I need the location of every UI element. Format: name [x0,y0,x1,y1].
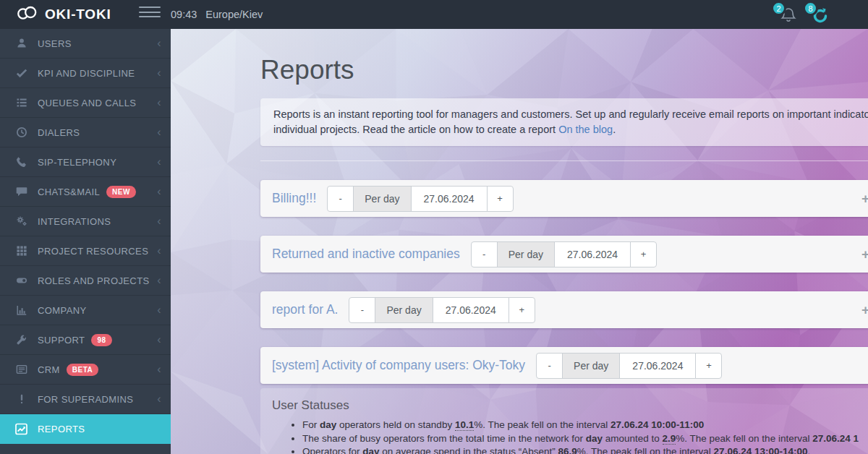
grid-icon [14,245,28,257]
date-button[interactable]: 27.06.2024 [433,297,509,323]
date-button[interactable]: 27.06.2024 [554,241,631,267]
phone-icon [14,156,28,168]
chevron-left-icon: ‹ [157,334,161,346]
list-icon [14,97,28,108]
chat-bubble-icon [14,186,28,197]
sidebar-item-label: QUEUES AND CALLS [38,98,136,108]
report-title-link[interactable]: [system] Activity of company users: Oky-… [272,358,525,373]
sidebar-item-label: PROJECT RESOURCES [38,246,148,257]
period-plus-button[interactable]: + [487,186,514,212]
status-line: The share of busy operators from the tot… [302,432,868,446]
sidebar-item-kpi[interactable]: KPI AND DISCIPLINE ‹ [0,59,171,88]
sidebar-item-label: COMPANY [38,305,87,316]
period-plus-button[interactable]: + [509,297,535,323]
sidebar-item-crm[interactable]: CRM BETA ‹ [0,355,171,385]
sidebar-item-label: SUPPORT [38,335,85,346]
sidebar-item-reports[interactable]: REPORTS [0,414,171,444]
sidebar-item-roles-projects[interactable]: ROLES AND PROJECTS ‹ [0,266,171,296]
chevron-left-icon: ‹ [157,215,161,227]
notifications-count-badge: 2 [771,1,786,16]
sidebar-item-project-resources[interactable]: PROJECT RESOURCES ‹ [0,236,171,266]
exclamation-icon [14,393,28,405]
expand-plus-icon[interactable]: + [861,192,868,205]
bell-icon [780,14,797,27]
report-title-link[interactable]: Billing!!! [272,191,316,206]
expand-plus-icon[interactable]: + [861,247,868,261]
sidebar-item-dialers[interactable]: DIALERS ‹ [0,118,171,147]
timezone-value: Europe/Kiev [205,9,263,20]
info-banner: Reports is an instant reporting tool for… [260,98,868,146]
status-list: For day operators held on standby 10.1%.… [272,419,868,454]
clock: 09:43 Europe/Kiev [171,0,263,29]
sidebar-item-users[interactable]: USERS ‹ [0,29,171,59]
sidebar-item-company[interactable]: COMPANY ‹ [0,296,171,325]
sidebar-item-label: KPI AND DISCIPLINE [38,68,135,79]
info-line2: individual projects. Read the article on… [273,122,868,137]
clock-icon [14,127,28,138]
sidebar-item-label: USERS [38,38,72,49]
sidebar-item-support[interactable]: SUPPORT 98 ‹ [0,325,171,355]
chevron-left-icon: ‹ [157,186,161,197]
bar-chart-icon [14,304,28,316]
sidebar-item-label: ROLES AND PROJECTS [38,275,150,286]
report-card-billing: Billing!!! - Per day 27.06.2024 + + [260,180,868,217]
wrench-icon [14,334,28,346]
sidebar-item-sip-telephony[interactable]: SIP-TELEPHONY ‹ [0,147,171,177]
sidebar-item-superadmins[interactable]: FOR SUPERADMINS ‹ [0,385,171,414]
user-icon [14,38,28,49]
period-plus-button[interactable]: + [630,241,657,267]
period-control: - Per day 27.06.2024 + [327,186,513,212]
newspaper-icon [14,364,28,375]
notifications-bell-button[interactable]: 2 [780,6,797,25]
chevron-left-icon: ‹ [157,97,161,108]
period-mode-button[interactable]: Per day [497,241,555,267]
sidebar-item-queues[interactable]: QUEUES AND CALLS ‹ [0,88,171,118]
info-line1: Reports is an instant reporting tool for… [273,107,868,122]
user-statuses-title: User Statuses [272,398,868,413]
date-button[interactable]: 27.06.2024 [619,353,696,379]
beta-badge: BETA [67,364,98,376]
topbar: OKI-TOKI 09:43 Europe/Kiev 2 8 [0,0,868,29]
sidebar: USERS ‹ KPI AND DISCIPLINE ‹ QUEUES AND … [0,29,171,454]
period-control: - Per day 27.06.2024 + [349,297,535,323]
period-minus-button[interactable]: - [349,297,375,323]
period-mode-button[interactable]: Per day [562,353,620,379]
period-mode-button[interactable]: Per day [375,297,433,323]
chevron-left-icon: ‹ [157,156,161,168]
period-plus-button[interactable]: + [695,353,722,379]
sidebar-item-chats-mail[interactable]: CHATS&MAIL NEW ‹ [0,177,171,207]
info-line2-period: . [613,124,616,135]
report-title-link[interactable]: Returned and inactive companies [272,247,460,262]
expand-plus-icon[interactable]: + [861,303,868,317]
period-minus-button[interactable]: - [327,186,354,212]
chevron-left-icon: ‹ [157,275,161,286]
app-logo[interactable]: OKI-TOKI [15,0,111,29]
period-minus-button[interactable]: - [471,241,498,267]
sidebar-item-integrations[interactable]: INTEGRATIONS ‹ [0,207,171,236]
chevron-left-icon: ‹ [157,38,161,49]
chevron-left-icon: ‹ [157,393,161,405]
sidebar-item-label: CHATS&MAIL [38,187,100,197]
period-mode-button[interactable]: Per day [353,186,411,212]
sidebar-item-label: FOR SUPERADMINS [38,394,133,405]
report-card-system-activity: [system] Activity of company users: Oky-… [260,347,868,384]
blog-link[interactable]: On the blog [558,124,613,135]
chevron-left-icon: ‹ [157,67,161,79]
date-button[interactable]: 27.06.2024 [411,186,488,212]
chevron-left-icon: ‹ [157,245,161,257]
sidebar-item-label: REPORTS [38,424,85,434]
support-count-badge: 98 [91,334,111,346]
report-title-link[interactable]: report for A. [272,302,338,317]
info-line2-text: individual projects. Read the article on… [273,124,558,135]
section-divider [260,160,868,161]
menu-toggle-button[interactable] [139,7,161,21]
history-button[interactable]: 8 [812,6,829,25]
period-control: - Per day 27.06.2024 + [471,241,657,267]
sidebar-item-label: DIALERS [38,127,80,138]
sidebar-item-label: SIP-TELEPHONY [38,157,116,168]
status-line: For day operators held on standby 10.1%.… [302,419,868,432]
period-minus-button[interactable]: - [536,353,563,379]
sidebar-item-label: CRM [38,364,60,375]
report-body-user-statuses: User Statuses For day operators held on … [260,388,868,454]
report-card-returned-companies: Returned and inactive companies - Per da… [260,236,868,273]
